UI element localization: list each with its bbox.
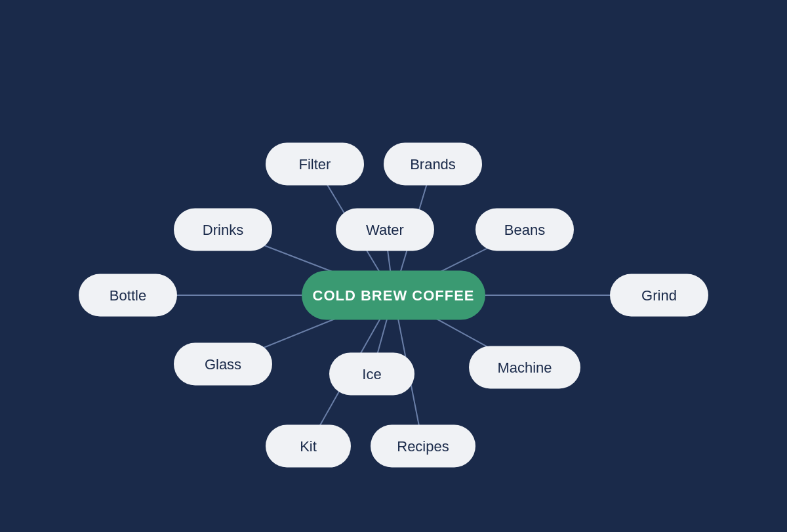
node-glass: Glass [174,343,272,386]
node-brands: Brands [384,143,482,186]
node-bottle: Bottle [79,274,177,317]
node-ice: Ice [329,353,414,396]
node-filter: Filter [266,143,364,186]
diagram-container: COLD BREW COFFEEFilterBrandsDrinksWaterB… [0,79,787,532]
node-grind: Grind [610,274,708,317]
node-water: Water [336,209,434,251]
node-beans: Beans [475,209,574,251]
center-node: COLD BREW COFFEE [302,271,485,320]
node-drinks: Drinks [174,209,272,251]
node-recipes: Recipes [371,425,475,468]
node-kit: Kit [266,425,351,468]
node-machine: Machine [469,346,580,389]
